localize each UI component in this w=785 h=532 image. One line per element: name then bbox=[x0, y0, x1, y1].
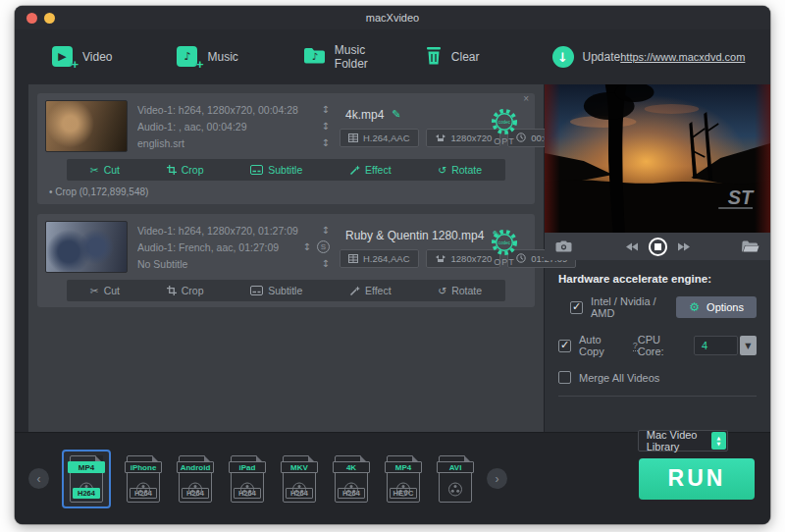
update-label: Update bbox=[583, 50, 621, 64]
video-track-info: Video-1: h264, 1280x720, 01:27:09 bbox=[137, 224, 318, 238]
edit-actions-bar: ✂Cut Crop Subtitle Effect ↺Rotate bbox=[67, 280, 505, 301]
add-music-button[interactable]: ♪+ Music bbox=[177, 46, 237, 68]
stepper-icon[interactable]: ▲▼ bbox=[711, 432, 726, 450]
opt-label: OPT bbox=[494, 257, 515, 267]
app-window: macXvideo ▶+ Video ♪+ Music ♪ Music Fold… bbox=[15, 6, 770, 524]
rename-icon[interactable]: ✎ bbox=[392, 108, 400, 121]
effect-button[interactable]: Effect bbox=[349, 164, 392, 176]
snapshot-camera-button[interactable] bbox=[555, 240, 572, 252]
resolution-icon bbox=[435, 133, 446, 142]
merge-videos-label: Merge All Videos bbox=[579, 372, 659, 384]
format-card-4k[interactable]: 4K H264 bbox=[332, 455, 371, 503]
preview-watermark: ST bbox=[728, 186, 755, 208]
svg-text:codec: codec bbox=[498, 120, 511, 125]
subtitle-button[interactable]: Subtitle bbox=[250, 164, 302, 176]
clear-label: Clear bbox=[451, 50, 480, 64]
opt-settings-button[interactable]: codec OPT bbox=[482, 107, 527, 146]
audio-track-info: Audio-1: , aac, 00:04:29 bbox=[137, 120, 318, 133]
auto-copy-label: Auto Copy bbox=[579, 334, 628, 357]
chevron-down-icon[interactable]: ▼ bbox=[740, 336, 757, 355]
track-selector-icon[interactable]: ↕ bbox=[322, 103, 330, 117]
trash-icon bbox=[425, 46, 443, 69]
format-label: 4K bbox=[333, 461, 370, 473]
file-row-1: × Video-1: h264, 1280x720, 00:04:28 ↕ Au… bbox=[37, 93, 535, 204]
opt-settings-button[interactable]: codec OPT bbox=[482, 228, 527, 267]
format-label: AVI bbox=[437, 461, 474, 473]
preview-frame-image: ST bbox=[545, 84, 770, 233]
effect-wand-icon bbox=[349, 165, 360, 176]
title-bar: macXvideo bbox=[15, 6, 770, 29]
subtitle-icon bbox=[250, 165, 263, 175]
rewind-icon bbox=[626, 242, 639, 251]
track-selector-icon[interactable]: ↕ bbox=[322, 224, 330, 238]
video-thumbnail-1 bbox=[45, 100, 128, 152]
codec-badge: H.264,AAC bbox=[340, 129, 419, 147]
codec-label: H264 bbox=[130, 488, 157, 499]
update-download-icon: ↓ bbox=[552, 46, 574, 68]
format-card-mp4-h264[interactable]: MP4 H264 bbox=[62, 450, 111, 508]
cut-button[interactable]: ✂Cut bbox=[90, 285, 120, 296]
cut-button[interactable]: ✂Cut bbox=[90, 164, 120, 176]
rotate-button[interactable]: ↺Rotate bbox=[438, 285, 482, 296]
add-video-button[interactable]: ▶+ Video bbox=[52, 46, 112, 68]
next-frame-button[interactable] bbox=[677, 242, 690, 251]
stop-button[interactable] bbox=[649, 238, 667, 256]
codec-label: H264 bbox=[73, 488, 100, 499]
format-card-mp4-hevc[interactable]: MP4 HEVC bbox=[384, 455, 423, 503]
subtitle-icon bbox=[250, 286, 263, 295]
subtitle-track-row: english.srt ↕ bbox=[137, 136, 330, 150]
format-card-ipad[interactable]: iPad H264 bbox=[228, 455, 267, 503]
website-link[interactable]: https://www.macxdvd.com bbox=[620, 51, 745, 63]
file-name: Ruby & Quentin 1280.mp4 bbox=[345, 229, 484, 242]
stop-icon bbox=[654, 243, 661, 250]
crop-button[interactable]: Crop bbox=[167, 164, 204, 176]
music-folder-button[interactable]: ♪ Music Folder bbox=[303, 43, 368, 71]
track-selector-icon[interactable]: ↕ bbox=[322, 136, 330, 150]
format-card-mkv[interactable]: MKV H264 bbox=[280, 455, 319, 503]
file-list: × Video-1: h264, 1280x720, 00:04:28 ↕ Au… bbox=[28, 84, 544, 432]
effect-button[interactable]: Effect bbox=[349, 285, 392, 296]
output-folder-select[interactable]: Mac Video Library ▲▼ bbox=[638, 430, 728, 452]
film-icon bbox=[348, 254, 358, 263]
options-button[interactable]: ⚙ Options bbox=[676, 296, 757, 318]
hardware-accel-checkbox[interactable] bbox=[570, 301, 583, 314]
format-label: iPhone bbox=[125, 461, 162, 473]
rotate-button[interactable]: ↺Rotate bbox=[438, 164, 482, 176]
crop-button[interactable]: Crop bbox=[167, 285, 204, 296]
settings-panel: Hardware accelerate engine: Intel / Nvid… bbox=[545, 260, 770, 452]
subtitle-button[interactable]: Subtitle bbox=[250, 285, 302, 296]
merge-videos-checkbox[interactable] bbox=[558, 371, 571, 384]
video-preview: ST bbox=[545, 84, 770, 233]
video-add-icon: ▶+ bbox=[52, 46, 74, 68]
run-button[interactable]: RUN bbox=[639, 458, 755, 500]
auto-copy-checkbox[interactable] bbox=[558, 340, 571, 352]
format-card-iphone[interactable]: iPhone H264 bbox=[124, 455, 163, 503]
format-card-avi[interactable]: AVI bbox=[436, 455, 475, 503]
format-label: iPad bbox=[229, 461, 266, 473]
edit-actions-bar: ✂Cut Crop Subtitle Effect ↺Rotate bbox=[67, 159, 505, 181]
video-track-info: Video-1: h264, 1280x720, 00:04:28 bbox=[137, 103, 318, 117]
cpu-core-select[interactable]: 4 bbox=[694, 336, 738, 355]
open-frame-folder-button[interactable] bbox=[742, 240, 759, 252]
track-selector-icon[interactable]: ↕ bbox=[303, 240, 311, 254]
remove-file-icon[interactable]: × bbox=[523, 94, 529, 104]
add-music-label: Music bbox=[207, 50, 237, 64]
music-folder-label: Music Folder bbox=[335, 43, 368, 71]
opt-label: OPT bbox=[494, 136, 515, 146]
main-toolbar: ▶+ Video ♪+ Music ♪ Music Folder Clear ↓… bbox=[15, 29, 770, 84]
formats-scroll-right-button[interactable]: › bbox=[487, 468, 507, 489]
hardware-accel-label: Intel / Nvidia / AMD bbox=[591, 295, 676, 319]
film-icon bbox=[348, 133, 358, 142]
audio-track-info: Audio-1: French, aac, 01:27:09 bbox=[137, 240, 299, 254]
track-selector-icon[interactable]: ↕ bbox=[322, 257, 330, 271]
previous-frame-button[interactable] bbox=[626, 242, 639, 251]
update-button[interactable]: ↓ Update bbox=[552, 46, 621, 68]
format-cards: MP4 H264 iPhone H264 Android H264 bbox=[62, 450, 475, 508]
clear-button[interactable]: Clear bbox=[425, 46, 480, 69]
track-selector-icon[interactable]: ↕ bbox=[322, 120, 330, 133]
resolution-icon bbox=[435, 254, 446, 263]
formats-scroll-left-button[interactable]: ‹ bbox=[28, 468, 49, 489]
options-label: Options bbox=[706, 301, 744, 313]
surround-badge[interactable]: S bbox=[317, 240, 330, 253]
format-card-android[interactable]: Android H264 bbox=[176, 455, 215, 503]
